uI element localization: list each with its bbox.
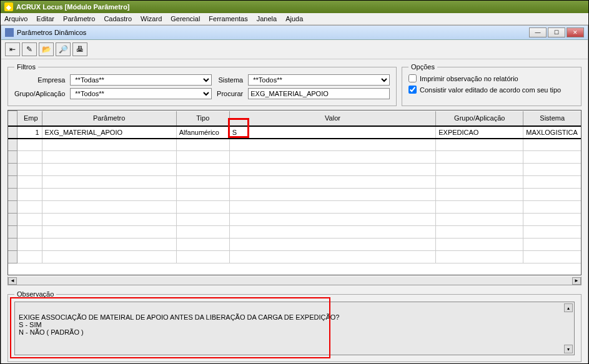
toolbar: ⇤ ✎ 📂 🔎 🖶 [1, 40, 588, 59]
menu-janela[interactable]: Janela [257, 15, 277, 22]
observacao-textarea[interactable]: EXIGE ASSOCIAÇÃO DE MATEIRAL DE APOIO AN… [14, 302, 575, 355]
cell-tipo[interactable]: Alfanumérico [176, 126, 229, 139]
cell-grupo[interactable]: EXPEDICAO [436, 126, 523, 139]
empresa-select[interactable]: **Todas** [70, 74, 212, 86]
toolbar-exit-button[interactable]: ⇤ [5, 42, 20, 56]
maximize-button[interactable]: ☐ [548, 27, 565, 37]
table-row-empty [8, 151, 581, 164]
scroll-right-button[interactable]: ► [572, 277, 581, 285]
main-titlebar: ◆ ACRUX Locus [Módulo Parâmetro] [1, 1, 588, 13]
observacao-fieldset: Observação EXIGE ASSOCIAÇÃO DE MATEIRAL … [7, 290, 582, 362]
filtros-fieldset: Filtros Empresa **Todas** Sistema **Todo… [7, 63, 397, 106]
col-parametro-header[interactable]: Parâmetro [42, 111, 176, 126]
empresa-label: Empresa [14, 76, 65, 84]
col-grupo-header[interactable]: Grupo/Aplicação [436, 111, 523, 126]
menu-arquivo[interactable]: Arquivo [4, 15, 27, 22]
cell-valor[interactable]: S [229, 126, 435, 139]
table-row-empty [8, 251, 581, 263]
window-controls: — ☐ ✕ [529, 27, 584, 37]
table-row-empty [8, 176, 581, 189]
table-row-empty [8, 201, 581, 214]
obs-vertical-scrollbar[interactable]: ▴ ▾ [564, 303, 573, 353]
menu-cadastro[interactable]: Cadastro [104, 15, 132, 22]
procurar-label: Procurar [217, 90, 243, 97]
toolbar-print-button[interactable]: 🖶 [72, 42, 87, 56]
opcoes-fieldset: Opções Imprimir observação no relatório … [402, 63, 582, 106]
menu-editar[interactable]: Editar [36, 15, 54, 22]
row-indicator-cell [8, 126, 17, 139]
menu-wizard[interactable]: Wizard [141, 15, 162, 22]
menubar: Arquivo Editar Parâmetro Cadastro Wizard… [1, 13, 588, 25]
grupo-select[interactable]: **Todos** [70, 88, 212, 99]
window-title: ACRUX Locus [Módulo Parâmetro] [16, 3, 130, 11]
table-row-empty [8, 139, 581, 151]
sistema-label: Sistema [217, 76, 243, 84]
consistir-label: Consistir valor editado de acordo com se… [420, 86, 561, 94]
parameter-table: Emp Parâmetro Tipo Valor Grupo/Aplicação… [8, 111, 581, 263]
grupo-label: Grupo/Aplicação [14, 90, 65, 97]
sistema-select[interactable]: **Todos** [248, 74, 390, 86]
col-valor-header[interactable]: Valor [229, 111, 435, 126]
row-indicator-header [8, 111, 17, 126]
observacao-text: EXIGE ASSOCIAÇÃO DE MATEIRAL DE APOIO AN… [19, 313, 340, 336]
subwindow-icon [5, 28, 14, 37]
observacao-legend: Observação [14, 290, 56, 298]
cell-sistema[interactable]: MAXLOGISTICA [523, 126, 581, 139]
col-emp-header[interactable]: Emp [17, 111, 42, 126]
toolbar-edit-button[interactable]: ✎ [22, 42, 37, 56]
col-sistema-header[interactable]: Sistema [523, 111, 581, 126]
cell-emp[interactable]: 1 [17, 126, 42, 139]
toolbar-search-button[interactable]: 🔎 [56, 42, 71, 56]
consistir-checkbox[interactable] [408, 86, 417, 94]
table-row-empty [8, 189, 581, 201]
cell-valor-text: S [232, 129, 237, 136]
subwindow: Parâmetros Dinâmicos — ☐ ✕ ⇤ ✎ 📂 🔎 🖶 Fil… [1, 25, 588, 364]
obs-scroll-down-button[interactable]: ▾ [564, 345, 573, 353]
table-row-empty [8, 214, 581, 226]
scroll-left-button[interactable]: ◄ [8, 277, 17, 285]
sub-titlebar: Parâmetros Dinâmicos — ☐ ✕ [1, 26, 588, 40]
toolbar-open-button[interactable]: 📂 [39, 42, 54, 56]
menu-ferramentas[interactable]: Ferramentas [209, 15, 247, 22]
minimize-button[interactable]: — [529, 27, 547, 37]
imprimir-label: Imprimir observação no relatório [420, 75, 518, 82]
filtros-legend: Filtros [14, 63, 38, 71]
app-icon: ◆ [4, 2, 13, 11]
subwindow-title: Parâmetros Dinâmicos [17, 29, 86, 36]
menu-gerencial[interactable]: Gerencial [171, 15, 200, 22]
horizontal-scrollbar[interactable]: ◄ ► [7, 277, 582, 285]
parameter-table-wrapper[interactable]: Emp Parâmetro Tipo Valor Grupo/Aplicação… [7, 110, 582, 275]
close-button[interactable]: ✕ [567, 27, 584, 37]
menu-parametro[interactable]: Parâmetro [63, 15, 95, 22]
procurar-input[interactable] [248, 88, 390, 99]
table-row-empty [8, 239, 581, 251]
imprimir-checkbox[interactable] [408, 74, 417, 82]
table-row-empty [8, 164, 581, 176]
opcoes-legend: Opções [408, 63, 437, 71]
observacao-highlight-box [10, 297, 330, 358]
col-tipo-header[interactable]: Tipo [176, 111, 229, 126]
cell-parametro[interactable]: EXG_MATERIAL_APOIO [42, 126, 176, 139]
menu-ajuda[interactable]: Ajuda [285, 15, 303, 22]
table-row-empty [8, 226, 581, 239]
obs-scroll-up-button[interactable]: ▴ [564, 303, 573, 312]
table-row[interactable]: 1 EXG_MATERIAL_APOIO Alfanumérico S EXPE… [8, 126, 581, 139]
